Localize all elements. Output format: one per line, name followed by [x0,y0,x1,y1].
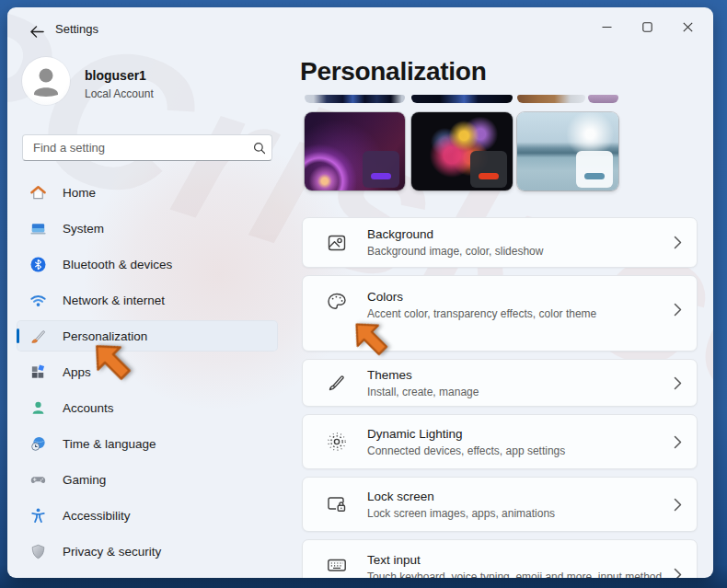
accounts-icon [29,398,47,417]
row-title: Lock screen [367,490,667,503]
settings-row-text-input[interactable]: Text input Touch keyboard, voice typing,… [302,539,698,578]
system-icon [29,219,47,237]
search-icon[interactable] [248,142,271,155]
home-icon [29,183,47,202]
chevron-right-icon [667,236,682,249]
network-icon [29,291,47,309]
theme-mini-window [363,151,399,188]
minimize-button[interactable] [586,13,627,40]
close-icon [683,22,693,32]
sidebar-item-label: Gaming [63,473,106,487]
row-title: Dynamic Lighting [367,427,667,441]
settings-row-colors[interactable]: Colors Accent color, transparency effect… [302,275,698,352]
window-title: Settings [55,22,98,36]
gaming-icon [29,470,47,489]
avatar[interactable] [22,57,70,105]
sidebar-item-accessibility[interactable]: Accessibility [17,500,278,531]
theme-mini-window [576,151,613,188]
row-subtitle: Lock screen images, apps, animations [367,507,667,520]
back-arrow-icon [29,25,45,39]
theme-preview-row-clipped[interactable] [517,95,585,103]
user-icon [22,57,70,105]
sidebar-item-system[interactable]: System [17,213,278,244]
sidebar-item-label: Accounts [63,401,114,415]
sidebar-item-label: Apps [63,365,91,379]
background-icon [325,231,349,255]
chevron-right-icon [667,498,682,512]
colors-icon [325,290,349,314]
page-title: Personalization [300,57,486,86]
row-subtitle: Install, create, manage [367,386,667,398]
settings-row-background[interactable]: Background Background image, color, slid… [302,217,698,268]
sidebar-item-label: System [63,222,104,236]
dynamic-lighting-icon [325,430,349,454]
settings-window: PCrisk.com Settings [7,7,713,578]
theme-mini-button [479,173,499,179]
row-subtitle: Connected devices, effects, app settings [367,444,667,457]
user-account-type: Local Account [85,87,154,100]
back-button[interactable] [24,19,50,43]
maximize-icon [642,22,652,32]
sidebar-item-label: Bluetooth & devices [63,258,172,271]
chevron-right-icon [667,435,682,449]
minimize-icon [602,22,612,32]
sidebar-item-accounts[interactable]: Accounts [17,392,278,423]
apps-icon [29,363,47,381]
maximize-button[interactable] [627,13,667,40]
sidebar-item-label: Home [63,186,96,200]
theme-preview-dark-bloom[interactable] [411,112,513,190]
row-title: Background [367,227,667,241]
settings-row-dynamic-lighting[interactable]: Dynamic Lighting Connected devices, effe… [302,414,698,469]
sidebar-item-personalization[interactable]: Personalization [17,320,278,352]
themes-icon [325,371,349,395]
time-language-icon [29,434,47,453]
theme-mini-button [371,173,391,179]
row-subtitle: Accent color, transparency effects, colo… [367,307,667,320]
bluetooth-icon [29,255,47,273]
sidebar-nav: Home System Bluetooth & devic [17,177,278,571]
theme-mini-window [470,151,507,188]
search-input[interactable] [23,141,248,155]
row-title: Text input [367,553,667,567]
window-controls [586,13,708,40]
theme-preview-dark-purple[interactable] [305,112,405,190]
sidebar-item-privacy[interactable]: Privacy & security [17,536,278,567]
chevron-right-icon [667,376,682,390]
sidebar-item-time-language[interactable]: Time & language [17,428,278,459]
theme-preview-row-clipped[interactable] [411,95,513,103]
privacy-security-icon [29,542,47,560]
chevron-right-icon [667,303,682,317]
main-content: Personalization [293,52,704,578]
settings-row-lock-screen[interactable]: Lock screen Lock screen images, apps, an… [302,477,698,532]
sidebar-item-label: Accessibility [63,509,131,523]
lock-screen-icon [325,492,349,516]
text-input-icon [325,553,349,577]
theme-mini-button [584,173,605,179]
accessibility-icon [29,506,47,525]
row-title: Colors [367,290,667,304]
selected-accent-bar [17,329,19,343]
user-name: bloguser1 [85,68,146,83]
sidebar-item-label: Network & internet [63,294,165,307]
personalization-icon [29,327,47,345]
theme-preview-row-clipped[interactable] [305,95,405,103]
sidebar-item-label: Privacy & security [63,545,161,559]
sidebar-item-network[interactable]: Network & internet [17,284,278,316]
sidebar-item-apps[interactable]: Apps [17,356,278,387]
sidebar-item-home[interactable]: Home [17,177,278,208]
row-subtitle: Touch keyboard, voice typing, emoji and … [367,571,667,578]
sidebar-item-label: Personalization [63,329,147,343]
desktop-background: PCrisk.com Settings [0,0,727,588]
sidebar-item-label: Time & language [63,437,156,451]
theme-preview-row-clipped[interactable] [588,95,618,103]
sidebar-item-gaming[interactable]: Gaming [17,464,278,495]
row-subtitle: Background image, color, slideshow [367,245,667,258]
row-title: Themes [367,368,667,382]
chevron-right-icon [667,568,682,578]
close-button[interactable] [667,13,708,40]
theme-preview-light-lake[interactable] [517,112,618,190]
settings-row-themes[interactable]: Themes Install, create, manage [302,359,698,407]
search-box[interactable] [22,134,272,161]
sidebar-item-bluetooth[interactable]: Bluetooth & devices [17,248,278,280]
